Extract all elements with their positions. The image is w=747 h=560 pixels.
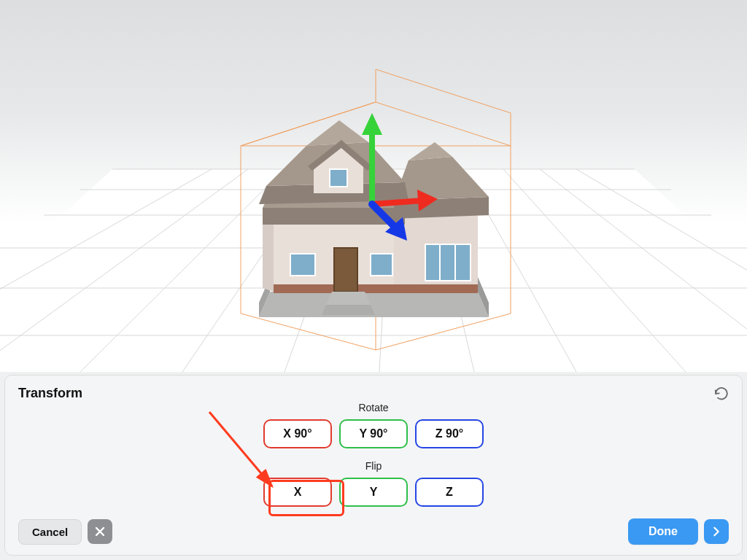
svg-marker-32 xyxy=(326,292,371,305)
rotate-x-button[interactable]: X 90° xyxy=(263,419,332,448)
cancel-button[interactable]: Cancel xyxy=(18,519,82,545)
panel-title: Transform xyxy=(18,386,729,401)
done-button[interactable]: Done xyxy=(628,518,698,545)
flip-y-button[interactable]: Y xyxy=(339,478,408,507)
transform-panel: Transform Rotate X 90° Y 90° Z 90° Flip … xyxy=(4,375,743,556)
undo-icon xyxy=(713,385,729,401)
svg-marker-33 xyxy=(322,305,375,315)
svg-line-48 xyxy=(372,201,423,204)
rotate-label: Rotate xyxy=(358,402,388,413)
next-button[interactable] xyxy=(704,519,729,544)
flip-z-button[interactable]: Z xyxy=(415,478,484,507)
svg-rect-29 xyxy=(425,244,471,281)
chevron-right-icon xyxy=(711,526,721,537)
svg-rect-24 xyxy=(274,284,478,293)
svg-marker-22 xyxy=(263,219,274,292)
scene-canvas xyxy=(0,0,747,372)
svg-rect-28 xyxy=(371,254,392,276)
close-icon xyxy=(94,526,106,537)
svg-marker-47 xyxy=(362,113,382,135)
undo-button[interactable] xyxy=(711,383,732,403)
svg-rect-43 xyxy=(330,169,347,187)
flip-x-button[interactable]: X xyxy=(263,478,332,507)
svg-rect-25 xyxy=(334,248,357,292)
rotate-row: X 90° Y 90° Z 90° xyxy=(263,419,484,448)
flip-label: Flip xyxy=(365,460,382,472)
flip-row: X Y Z xyxy=(263,478,484,507)
rotate-y-button[interactable]: Y 90° xyxy=(339,419,408,448)
svg-rect-27 xyxy=(290,254,315,276)
svg-marker-41 xyxy=(306,120,368,146)
close-button[interactable] xyxy=(88,519,112,544)
viewport-3d[interactable] xyxy=(0,0,747,372)
rotate-z-button[interactable]: Z 90° xyxy=(415,419,484,448)
